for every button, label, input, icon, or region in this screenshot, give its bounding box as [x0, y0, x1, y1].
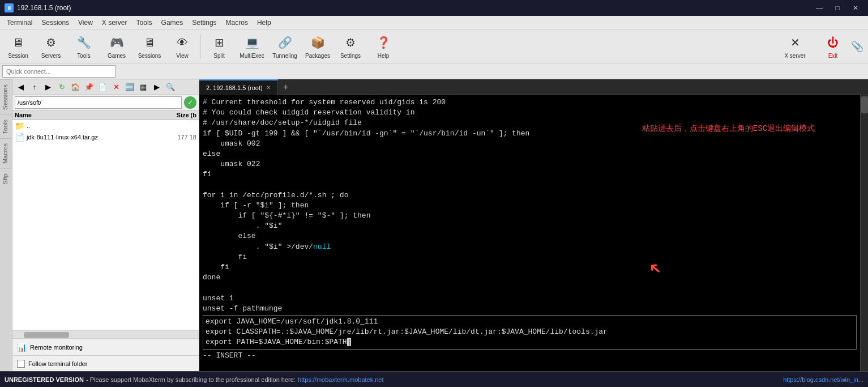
- right-link[interactable]: https://blog.csdn.net/win_in...: [783, 376, 863, 383]
- file-rename[interactable]: 🔤: [123, 81, 136, 93]
- exit-label: Exit: [828, 53, 838, 59]
- terminal-area: 2. 192.168.1.5 (root) ✕ + # Current thre…: [199, 79, 868, 371]
- file-toolbar: ◀ ↑ ▶ ↻ 🏠 📌 📄 ✕ 🔤 ▦ ▶ 🔍: [12, 79, 199, 95]
- help-label: Help: [378, 53, 390, 59]
- file-nav-fwd[interactable]: ▶: [42, 81, 54, 93]
- path-bar: ✓: [12, 95, 199, 110]
- quick-connect-input[interactable]: [2, 65, 116, 78]
- window-title: 192.168.1.5 (root): [17, 4, 71, 12]
- file-nav-back[interactable]: ◀: [15, 81, 27, 93]
- toolbar-help[interactable]: ❓ Help: [367, 31, 399, 62]
- toolbar-sessions[interactable]: 🖥 Sessions: [134, 31, 165, 62]
- packages-icon: 📦: [309, 33, 327, 52]
- menu-xserver[interactable]: X server: [97, 18, 132, 28]
- list-item[interactable]: 📁 ..: [12, 120, 199, 131]
- file-delete[interactable]: ✕: [110, 81, 122, 93]
- toolbar-tunneling[interactable]: 🔗 Tunneling: [269, 31, 301, 62]
- sessions-icon: 🖥: [140, 33, 159, 52]
- terminal-row: # Current threshold for system reserved …: [199, 95, 868, 371]
- cmd-line-1: export JAVA_HOME=/usr/soft/jdk1.8.0_111 …: [206, 317, 854, 348]
- file-icon: 📄: [15, 133, 24, 142]
- menu-help[interactable]: Help: [253, 18, 276, 28]
- list-item[interactable]: 📄 jdk-8u111-linux-x64.tar.gz 177 18: [12, 131, 199, 143]
- sidebar-item-sftp[interactable]: Sftp: [0, 168, 12, 189]
- title-bar: 🖥 192.168.1.5 (root) — □ ✕: [0, 0, 868, 16]
- toolbar-exit[interactable]: ⏻ Exit: [817, 31, 849, 62]
- toolbar-view[interactable]: 👁 View: [166, 31, 198, 62]
- remote-monitoring-label: Remote monitoring: [30, 344, 83, 351]
- app-icon: 🖥: [5, 3, 14, 12]
- path-input[interactable]: [15, 96, 182, 109]
- path-go-button[interactable]: ✓: [184, 96, 196, 109]
- attach-icon[interactable]: 📎: [851, 40, 863, 53]
- monitor-icon: 📊: [17, 343, 27, 352]
- file-bookmark[interactable]: 📌: [83, 81, 95, 93]
- tools-label: Tools: [77, 53, 90, 59]
- sessions-label: Sessions: [138, 53, 161, 59]
- terminal-content[interactable]: # Current threshold for system reserved …: [199, 95, 860, 371]
- menu-tools[interactable]: Tools: [132, 18, 157, 28]
- file-home[interactable]: 🏠: [69, 81, 82, 93]
- follow-folder-checkbox[interactable]: [17, 360, 25, 368]
- column-name: Name: [15, 112, 163, 118]
- unregistered-label: UNREGISTERED VERSION: [5, 376, 84, 383]
- menu-sessions[interactable]: Sessions: [37, 18, 74, 28]
- toolbar-games[interactable]: 🎮 Games: [101, 31, 132, 62]
- tools-icon: 🔧: [75, 33, 93, 52]
- support-link[interactable]: https://mobaxterm.mobatek.net: [298, 376, 384, 383]
- file-nav-up[interactable]: ↑: [28, 81, 41, 93]
- session-label: Session: [8, 53, 28, 59]
- tab-add-button[interactable]: +: [278, 79, 294, 95]
- file-size: 177 18: [163, 134, 196, 141]
- file-refresh[interactable]: ↻: [55, 81, 68, 93]
- tunneling-label: Tunneling: [272, 53, 297, 59]
- file-search[interactable]: 🔍: [164, 81, 177, 93]
- help-icon: ❓: [374, 33, 392, 52]
- menu-games[interactable]: Games: [157, 18, 188, 28]
- settings-icon: ⚙: [341, 33, 360, 52]
- exit-icon: ⏻: [824, 33, 842, 52]
- toolbar-split[interactable]: ⊞ Split: [203, 31, 235, 62]
- minimize-button[interactable]: —: [811, 0, 827, 16]
- file-name: jdk-8u111-linux-x64.tar.gz: [27, 134, 160, 141]
- menu-settings[interactable]: Settings: [187, 18, 221, 28]
- sidebar-item-macros[interactable]: Macros: [0, 138, 12, 168]
- toolbar-tools[interactable]: 🔧 Tools: [68, 31, 100, 62]
- xserver-label: X server: [784, 53, 805, 59]
- view-icon: 👁: [173, 33, 191, 52]
- main-layout: Sessions Tools Macros Sftp ◀ ↑ ▶ ↻ 🏠 📌 📄…: [0, 79, 868, 371]
- close-button[interactable]: ✕: [848, 0, 863, 16]
- file-terminal[interactable]: ▶: [151, 81, 163, 93]
- tab-terminal-1[interactable]: 2. 192.168.1.5 (root) ✕: [199, 79, 278, 95]
- maximize-button[interactable]: □: [829, 0, 845, 16]
- games-label: Games: [108, 53, 126, 59]
- file-list: 📁 .. 📄 jdk-8u111-linux-x64.tar.gz 177 18: [12, 120, 199, 330]
- servers-icon: ⚙: [42, 33, 60, 52]
- remote-monitoring-bar: 📊 Remote monitoring: [12, 338, 199, 355]
- toolbar-xserver[interactable]: ✕ X server: [775, 31, 815, 62]
- toolbar-servers[interactable]: ⚙ Servers: [35, 31, 67, 62]
- sidebar-item-sessions[interactable]: Sessions: [0, 79, 12, 114]
- session-icon: 🖥: [9, 33, 27, 52]
- menu-terminal[interactable]: Terminal: [2, 18, 37, 28]
- tab-close-icon[interactable]: ✕: [266, 84, 271, 91]
- file-binary[interactable]: ▦: [137, 81, 149, 93]
- toolbar-settings[interactable]: ⚙ Settings: [335, 31, 366, 62]
- terminal-main: # Current threshold for system reserved …: [199, 95, 860, 371]
- menu-macros[interactable]: Macros: [221, 18, 253, 28]
- file-newfile[interactable]: 📄: [96, 81, 109, 93]
- file-scrollbar[interactable]: [12, 330, 199, 338]
- support-text: - Please support MobaXterm by subscribin…: [86, 376, 296, 383]
- toolbar-session[interactable]: 🖥 Session: [2, 31, 34, 62]
- terminal-scrollbar[interactable]: [860, 95, 868, 371]
- toolbar-packages[interactable]: 📦 Packages: [302, 31, 333, 62]
- tunneling-icon: 🔗: [276, 33, 294, 52]
- toolbar-right: ✕ X server ⏻ Exit 📎: [775, 31, 863, 62]
- command-block: export JAVA_HOME=/usr/soft/jdk1.8.0_111 …: [203, 315, 857, 350]
- packages-label: Packages: [305, 53, 330, 59]
- toolbar-multiexec[interactable]: 💻 MultiExec: [236, 31, 268, 62]
- menu-view[interactable]: View: [74, 18, 97, 28]
- sidebar-item-tools[interactable]: Tools: [0, 114, 12, 139]
- insert-mode: -- INSERT --: [203, 351, 857, 361]
- follow-folder-label: Follow terminal folder: [28, 360, 88, 367]
